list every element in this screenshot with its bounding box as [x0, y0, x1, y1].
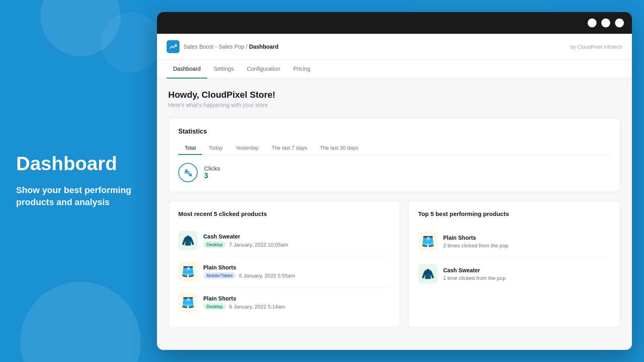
- tab-pricing[interactable]: Pricing: [287, 60, 317, 78]
- product-info: Plain Shorts Desktop 6 January, 2022 5:1…: [203, 295, 390, 310]
- product-thumbnail: 🩳: [178, 293, 198, 312]
- app-byline: by CloudPixel Infotech: [570, 44, 622, 50]
- browser-window: Sales Boost - Sales Pop / Dashboard by C…: [157, 12, 632, 350]
- greeting-title: Howdy, CloudPixel Store!: [168, 90, 621, 100]
- greeting-subtitle: Here's what's happening with your store: [168, 102, 621, 108]
- product-count: 2 times clicked from the pop: [443, 243, 508, 249]
- product-meta: Mobile/Tablet 5 January, 2022 5:55am: [203, 272, 390, 279]
- product-date: 7 January, 2022 10:05am: [229, 242, 288, 248]
- app-logo: [167, 40, 180, 53]
- top-performing-title: Top 5 best performing products: [418, 210, 611, 217]
- product-info: Plain Shorts 2 times clicked from the po…: [443, 234, 508, 249]
- product-name: Plain Shorts: [443, 234, 508, 241]
- product-badge: Desktop: [203, 241, 226, 248]
- statistics-card: Statistics Total Today Yesterday The las…: [168, 118, 621, 192]
- clicks-label: Clicks: [204, 165, 220, 172]
- product-info: Plain Shorts Mobile/Tablet 5 January, 20…: [203, 264, 390, 279]
- browser-chrome: [157, 12, 632, 34]
- product-count: 1 time clicked from the pop: [443, 275, 506, 281]
- stats-tab-last7[interactable]: The last 7 days: [265, 142, 314, 155]
- stats-tab-total[interactable]: Total: [178, 142, 202, 155]
- list-item: 🧥 Cash Sweater 1 time clicked from the p…: [418, 258, 611, 290]
- product-name: Plain Shorts: [203, 295, 390, 302]
- product-badge: Mobile/Tablet: [203, 272, 236, 279]
- product-date: 5 January, 2022 5:55am: [239, 273, 295, 279]
- app-header: Sales Boost - Sales Pop / Dashboard by C…: [157, 34, 632, 60]
- most-recent-title: Most recent 5 clicked products: [178, 210, 390, 217]
- top-performing-card: Top 5 best performing products 🩳 Plain S…: [408, 200, 621, 328]
- list-item: 🩳 Plain Shorts Desktop 6 January, 2022 5…: [178, 287, 390, 318]
- product-meta: Desktop 6 January, 2022 5:14am: [203, 303, 390, 310]
- product-thumbnail: 🧥: [178, 231, 198, 250]
- list-item: 🩳 Plain Shorts Mobile/Tablet 5 January, …: [178, 256, 390, 287]
- clicks-row: Clicks 3: [178, 163, 611, 182]
- most-recent-card: Most recent 5 clicked products 🧥 Cash Sw…: [168, 200, 400, 328]
- bg-decoration-2: [20, 282, 141, 362]
- breadcrumb-current: Dashboard: [249, 43, 279, 50]
- product-badge: Desktop: [203, 303, 226, 310]
- breadcrumb-prefix: Sales Boost - Sales Pop /: [184, 43, 248, 50]
- product-date: 6 January, 2022 5:14am: [229, 304, 285, 310]
- main-content: Howdy, CloudPixel Store! Here's what's h…: [157, 78, 632, 339]
- clicks-icon: [178, 163, 198, 182]
- tab-dashboard[interactable]: Dashboard: [167, 60, 207, 78]
- tab-configuration[interactable]: Configuration: [240, 60, 287, 78]
- stats-tab-today[interactable]: Today: [202, 142, 229, 155]
- statistics-tabs: Total Today Yesterday The last 7 days Th…: [178, 142, 611, 155]
- left-panel: Dashboard Show your best performing prod…: [0, 129, 153, 233]
- browser-dot-1: [588, 19, 597, 27]
- stats-tab-last30[interactable]: The last 30 days: [314, 142, 365, 155]
- product-thumbnail: 🧥: [418, 264, 438, 284]
- svg-point-0: [187, 171, 189, 174]
- bottom-cards: Most recent 5 clicked products 🧥 Cash Sw…: [168, 200, 621, 328]
- product-meta: Desktop 7 January, 2022 10:05am: [203, 241, 390, 248]
- browser-dot-3: [615, 19, 624, 27]
- left-panel-title: Dashboard: [16, 153, 137, 175]
- app-header-left: Sales Boost - Sales Pop / Dashboard: [167, 40, 279, 53]
- list-item: 🩳 Plain Shorts 2 times clicked from the …: [418, 225, 611, 258]
- bg-decoration-3: [101, 12, 161, 72]
- product-thumbnail: 🩳: [178, 262, 198, 281]
- product-name: Cash Sweater: [203, 233, 390, 240]
- list-item: 🧥 Cash Sweater Desktop 7 January, 2022 1…: [178, 225, 390, 256]
- clicks-info: Clicks 3: [204, 165, 220, 180]
- app-content: Sales Boost - Sales Pop / Dashboard by C…: [157, 34, 632, 350]
- tab-settings[interactable]: Settings: [207, 60, 241, 78]
- clicks-value: 3: [204, 172, 220, 180]
- product-info: Cash Sweater 1 time clicked from the pop: [443, 267, 506, 281]
- browser-controls: [588, 19, 624, 27]
- stats-tab-yesterday[interactable]: Yesterday: [229, 142, 265, 155]
- product-info: Cash Sweater Desktop 7 January, 2022 10:…: [203, 233, 390, 248]
- product-thumbnail: 🩳: [418, 232, 438, 251]
- breadcrumb: Sales Boost - Sales Pop / Dashboard: [184, 43, 279, 50]
- browser-dot-2: [601, 19, 610, 27]
- product-name: Plain Shorts: [203, 264, 390, 271]
- nav-tabs: Dashboard Settings Configuration Pricing: [157, 60, 632, 78]
- product-name: Cash Sweater: [443, 267, 506, 274]
- left-panel-subtitle: Show your best performing products and a…: [16, 184, 137, 209]
- statistics-title: Statistics: [178, 128, 611, 135]
